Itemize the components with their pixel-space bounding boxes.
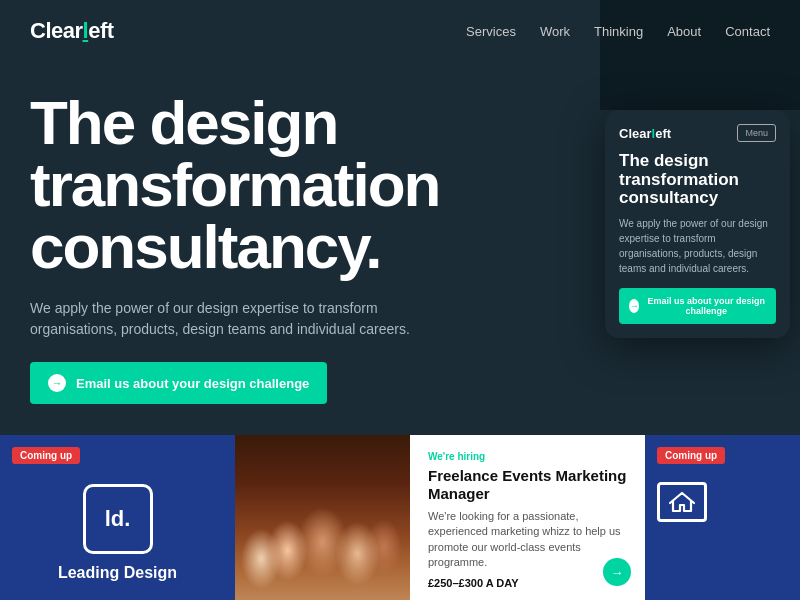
audience-image [235,435,410,600]
navigation: Clearleft Services Work Thinking About C… [0,0,800,62]
nav-contact[interactable]: Contact [725,24,770,39]
mobile-cta-label: Email us about your design challenge [646,296,766,316]
hiring-badge: We're hiring [428,451,627,462]
mobile-logo: Clearleft [619,126,671,141]
cards-row: Coming up ld. Leading Design We're hirin… [0,435,800,600]
hiring-card-wrapper: We're hiring Freelance Events Marketing … [410,435,645,600]
mobile-card-header: Clearleft Menu [619,124,776,142]
hero-cta-button[interactable]: → Email us about your design challenge [30,362,327,404]
nav-work[interactable]: Work [540,24,570,39]
nav-about[interactable]: About [667,24,701,39]
mobile-card-headline: The design transformation consultancy [619,152,776,208]
coming-up-card[interactable]: Coming up [645,435,800,600]
leading-design-title: Leading Design [58,564,177,582]
nav-services[interactable]: Services [466,24,516,39]
hero-cta-label: Email us about your design challenge [76,376,309,391]
hero-headline: The design transformation consultancy. [30,92,530,278]
hiring-title: Freelance Events Marketing Manager [428,467,627,503]
mobile-menu-button[interactable]: Menu [737,124,776,142]
mobile-arrow-icon: → [629,299,639,313]
logo[interactable]: Clearleft [30,18,114,44]
audience-photo-card [235,435,410,600]
coming-up-badge: Coming up [657,447,725,464]
hiring-arrow-button[interactable]: → [603,558,631,586]
mobile-cta-button[interactable]: → Email us about your design challenge [619,288,776,324]
mobile-overlay-card: Clearleft Menu The design transformation… [605,110,790,338]
event-icon [657,482,707,522]
leading-design-badge: Coming up [12,447,80,464]
hero-subtext: We apply the power of our design experti… [30,298,420,340]
hiring-description: We're looking for a passionate, experien… [428,509,627,571]
hiring-salary: £250–£300 A DAY [428,577,627,589]
nav-links: Services Work Thinking About Contact [466,22,770,40]
leading-design-card[interactable]: Coming up ld. Leading Design [0,435,235,600]
arrow-icon: → [48,374,66,392]
nav-thinking[interactable]: Thinking [594,24,643,39]
leading-design-logo: ld. [83,484,153,554]
mobile-card-subtext: We apply the power of our design experti… [619,216,776,276]
